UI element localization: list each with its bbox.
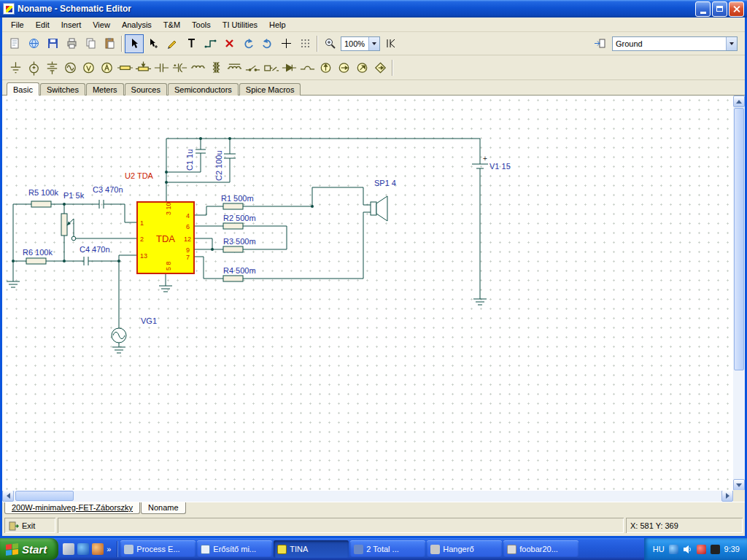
scroll-right-button[interactable] (721, 490, 733, 502)
new-button[interactable] (5, 34, 24, 53)
menu-ti-utilities[interactable]: TI Utilities (217, 19, 263, 31)
resistor-r3[interactable]: R3 500m (223, 237, 256, 252)
component-switch-button[interactable] (244, 58, 262, 78)
component-jumper-button[interactable] (298, 58, 317, 78)
component-select[interactable]: Ground (612, 36, 738, 51)
save-button[interactable] (43, 34, 62, 53)
component-dropdown-button[interactable] (726, 37, 737, 50)
component-relay-button[interactable] (262, 58, 280, 78)
component-voltmeter-button[interactable] (80, 58, 98, 78)
capacitor-c2[interactable]: C2 100u (214, 150, 236, 181)
task-total-commander[interactable]: 2 Total ... (350, 540, 425, 558)
resistor-r5-label[interactable]: R5 100k (28, 188, 58, 197)
battery-label[interactable]: V1 15 (489, 162, 511, 171)
component-ammeter-button[interactable] (98, 58, 116, 78)
capacitor-c4[interactable]: C4 470n (80, 245, 110, 265)
ground-symbol-ic[interactable] (159, 286, 172, 292)
tab-sources[interactable]: Sources (125, 83, 167, 96)
component-ground-button[interactable] (7, 58, 25, 78)
capacitor-c4-label[interactable]: C4 470n (80, 245, 110, 254)
menu-insert[interactable]: Insert (55, 19, 88, 31)
resistor-r4[interactable]: R4 500m (223, 266, 256, 281)
resistor-r3-label[interactable]: R3 500m (223, 237, 256, 246)
task-erosito[interactable]: Erősítő mi... (197, 540, 272, 558)
menu-analysis[interactable]: Analysis (116, 19, 158, 31)
component-cccs-button[interactable] (371, 58, 390, 78)
generator-vg1[interactable]: VG1 (112, 316, 157, 343)
tab-semiconductors[interactable]: Semiconductors (168, 83, 239, 96)
component-coupled-inductors-button[interactable] (225, 58, 244, 78)
print-button[interactable] (62, 34, 81, 53)
wire-button[interactable] (201, 34, 220, 53)
capacitor-c1-label[interactable]: C1 1u (185, 149, 194, 171)
task-tina[interactable]: TINA (274, 540, 349, 558)
menu-edit[interactable]: Edit (30, 19, 55, 31)
move-button[interactable] (144, 34, 163, 53)
tray-app-icon[interactable] (711, 545, 720, 554)
component-diode-button[interactable] (280, 58, 298, 78)
ground-symbol-input[interactable] (7, 281, 20, 287)
exit-cell[interactable]: Exit (4, 518, 55, 533)
close-button[interactable] (729, 1, 744, 17)
menu-tm[interactable]: T&M (158, 19, 186, 31)
component-voltage-source-button[interactable] (25, 58, 43, 78)
delete-button[interactable] (220, 34, 239, 53)
undo-button[interactable] (239, 34, 258, 53)
start-button[interactable]: Start (0, 538, 58, 560)
crosshair-button[interactable] (276, 34, 295, 53)
component-potentiometer-button[interactable] (134, 58, 152, 78)
copy-button[interactable] (81, 34, 100, 53)
component-electrolytic-capacitor-button[interactable] (171, 58, 189, 78)
ground-symbol-v1[interactable] (473, 299, 487, 305)
resistor-r6[interactable]: R6 100k (23, 248, 53, 264)
task-hangero[interactable]: Hangerő (427, 540, 502, 558)
doc-tab-noname[interactable]: Noname (141, 502, 186, 514)
potentiometer-p1-label[interactable]: P1 5k (63, 191, 85, 200)
capacitor-c3-label[interactable]: C3 470n (93, 185, 123, 194)
open-button[interactable] (24, 34, 43, 53)
internet-explorer-icon[interactable] (77, 543, 89, 555)
volume-icon[interactable] (683, 545, 692, 554)
vertical-scroll-thumb[interactable] (734, 108, 744, 370)
tab-basic[interactable]: Basic (7, 82, 39, 96)
component-transformer-button[interactable] (207, 58, 225, 78)
ground-symbol-vg1[interactable] (112, 347, 125, 353)
scroll-down-button[interactable] (733, 479, 745, 491)
potentiometer-p1[interactable]: P1 5k (61, 191, 85, 241)
zoom-button[interactable] (320, 34, 339, 53)
speaker-sp1-label[interactable]: SP1 4 (374, 179, 396, 187)
schematic-canvas[interactable]: + V1 15 C1 1u C2 100u R (2, 96, 733, 491)
paste-button[interactable] (100, 34, 119, 53)
component-generator-button[interactable] (61, 58, 80, 78)
generator-vg1-label[interactable]: VG1 (141, 316, 157, 325)
restore-button[interactable] (712, 1, 727, 17)
speaker-sp1[interactable]: SP1 4 (371, 179, 396, 221)
tab-switches[interactable]: Switches (40, 83, 85, 96)
tab-spice-macros[interactable]: Spice Macros (239, 83, 301, 96)
horizontal-scroll-thumb[interactable] (15, 491, 74, 501)
component-ccvs-button[interactable] (353, 58, 371, 78)
menu-help[interactable]: Help (263, 19, 292, 31)
language-indicator[interactable]: HU (653, 545, 665, 553)
battery-v1[interactable]: + V1 15 (472, 155, 511, 171)
component-inductor-button[interactable] (189, 58, 207, 78)
scroll-up-button[interactable] (733, 96, 745, 107)
ic-designator-label[interactable]: U2 TDA (125, 171, 154, 180)
resistor-r1-label[interactable]: R1 500m (221, 194, 254, 203)
grid-button[interactable] (295, 34, 314, 53)
task-foobar[interactable]: foobar20... (503, 540, 578, 558)
scroll-left-button[interactable] (2, 490, 14, 502)
resistor-r1[interactable]: R1 500m (221, 194, 254, 209)
horizontal-scrollbar[interactable] (2, 490, 733, 502)
resistor-r6-label[interactable]: R6 100k (23, 248, 53, 257)
component-mode-button[interactable] (590, 34, 609, 53)
network-icon[interactable] (669, 545, 678, 554)
minimize-button[interactable] (695, 1, 711, 17)
capacitor-c1[interactable]: C1 1u (185, 149, 206, 171)
menu-tools[interactable]: Tools (186, 19, 217, 31)
resistor-r2-label[interactable]: R2 500m (223, 214, 256, 222)
quicklaunch-overflow-chevron[interactable]: » (107, 545, 111, 553)
select-button[interactable] (125, 34, 144, 53)
text-button[interactable] (182, 34, 201, 53)
tab-meters[interactable]: Meters (86, 83, 124, 96)
